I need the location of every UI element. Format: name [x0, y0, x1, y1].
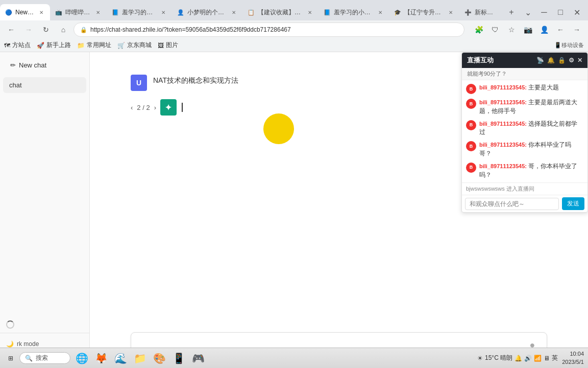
tab-favicon: 📘 — [324, 9, 331, 16]
browser-tab-tab-1[interactable]: 🔵New chat✕ — [0, 4, 50, 20]
live-icon-0[interactable]: 📡 — [536, 57, 544, 64]
live-send-button[interactable]: 发送 — [562, 197, 584, 210]
browser-tab-tab-2[interactable]: 📺哔哩哔哩（*✕ — [50, 4, 107, 20]
notify-icon[interactable]: 🔔 — [514, 355, 522, 362]
tab-title: 羞学习的小梦明 — [122, 8, 157, 17]
live-msg-body-3: bili_89711123545: 你本科毕业了吗哥？ — [479, 141, 583, 158]
tab-close-tab-4[interactable]: ✕ — [230, 9, 237, 16]
live-icon-1[interactable]: 🔔 — [547, 57, 555, 64]
live-message-1: B bili_89711123545: 主要是最后两道大题，他得手号 — [466, 98, 583, 116]
browser-tab-tab-6[interactable]: 📘羞学习的小梦明…✕ — [318, 4, 389, 20]
bookmark-新手上路[interactable]: 🚀新手上路 — [37, 41, 71, 50]
mobile-site-button[interactable]: 📱移动设备 — [554, 41, 584, 49]
address-right-icons: 🧩 🛡 ☆ 📷 👤 ← → — [472, 22, 584, 37]
tab-close-tab-1[interactable]: ✕ — [38, 9, 45, 16]
ai-avatar: ✦ — [160, 99, 177, 116]
browser-tab-tab-8[interactable]: ➕新标签页 — [459, 4, 500, 20]
user-avatar: U — [131, 75, 147, 91]
browser-tab-tab-5[interactable]: 📋【建议收藏】真无…✕ — [242, 4, 318, 20]
tab-title: New chat — [15, 9, 35, 16]
back-button[interactable]: ← — [4, 22, 18, 37]
home-button[interactable]: ⌂ — [56, 22, 70, 37]
tab-close-tab-7[interactable]: ✕ — [447, 9, 454, 16]
prev-page-button[interactable]: ‹ — [131, 104, 133, 111]
screenshot-button[interactable]: 📷 — [521, 22, 535, 37]
live-icon-2[interactable]: 🔒 — [558, 57, 566, 64]
tab-list-button[interactable]: ⌄ — [521, 5, 535, 19]
browser-chrome: 🔵New chat✕📺哔哩哔哩（*✕📘羞学习的小梦明✕👤小梦明的个人空…✕📋【建… — [0, 0, 588, 52]
bookmark-京东商城[interactable]: 🛒京东商城 — [117, 41, 152, 50]
live-title: 直播互动 — [467, 56, 494, 65]
bookmark-icon: 📁 — [77, 42, 85, 49]
minimize-button[interactable]: ─ — [537, 5, 551, 19]
live-settings-icon[interactable]: ⚙ — [569, 57, 574, 64]
network-icon[interactable]: 📶 — [534, 355, 542, 362]
tab-title: 【建议收藏】真无… — [258, 8, 303, 17]
bookmark-图片[interactable]: 🖼图片 — [158, 41, 178, 50]
windows-icon: ⊞ — [8, 355, 13, 362]
live-chat-input[interactable] — [465, 198, 559, 210]
bookmarks-bar: 🗺方站点🚀新手上路📁常用网址🛒京东商城🖼图片 📱移动设备 — [0, 39, 588, 52]
star-button[interactable]: ☆ — [504, 22, 519, 37]
bookmark-icon: 🖼 — [158, 42, 164, 49]
tab-title: 新标签页 — [475, 8, 495, 17]
taskbar-search[interactable]: 🔍 搜索 — [19, 352, 70, 364]
new-tab-button[interactable]: + — [504, 5, 519, 19]
bookmark-常用网址[interactable]: 📁常用网址 — [77, 41, 111, 50]
bookmark-方站点[interactable]: 🗺方站点 — [4, 41, 31, 50]
tab-actions: + ⌄ ─ □ ✕ — [500, 4, 588, 20]
content-area: ✏ New chat chat 🌙 rk mode 🐙 ndora on Git… — [0, 52, 588, 368]
bookmark-label: 常用网址 — [87, 41, 111, 50]
live-close-icon[interactable]: ✕ — [577, 57, 582, 64]
live-header-icons: 📡 🔔 🔒 ⚙ ✕ — [536, 57, 582, 64]
loading-spinner — [6, 320, 14, 329]
taskbar-edge-icon[interactable]: 🌊 — [111, 349, 130, 367]
tab-title: 小梦明的个人空… — [187, 8, 227, 17]
browser-tab-tab-4[interactable]: 👤小梦明的个人空…✕ — [172, 4, 242, 20]
live-msg-avatar-2: B — [466, 120, 476, 130]
browser-tab-tab-7[interactable]: 🎓【辽宁专升本】…✕ — [389, 4, 459, 20]
extensions-button[interactable]: 🧩 — [472, 22, 486, 37]
tab-close-tab-5[interactable]: ✕ — [306, 9, 313, 16]
live-msg-body-1: bili_89711123545: 主要是最后两道大题，他得手号 — [479, 98, 583, 116]
tab-favicon: 📋 — [248, 9, 255, 16]
live-message-0: B bili_89711123545: 主要是大题 — [466, 83, 583, 94]
address-input-wrap[interactable]: 🔒 https://chat-shared.zhile.io/?token=59… — [74, 22, 464, 37]
address-url: https://chat-shared.zhile.io/?token=5905… — [90, 26, 291, 33]
taskbar-network-icon[interactable]: 🌐 — [72, 349, 91, 367]
clock-time: 10:04 — [562, 350, 584, 358]
tab-title: 羞学习的小梦明… — [334, 8, 374, 17]
search-icon: 🔍 — [25, 355, 33, 362]
maximize-button[interactable]: □ — [553, 5, 568, 19]
tab-close-tab-3[interactable]: ✕ — [160, 9, 167, 16]
start-button[interactable]: ⊞ — [4, 354, 17, 363]
shield-button[interactable]: 🛡 — [488, 22, 502, 37]
live-msg-user-4: bili_89711123545: — [479, 163, 527, 169]
volume-icon[interactable]: 🔊 — [524, 355, 532, 362]
back-nav-button[interactable]: ← — [553, 22, 568, 37]
live-message-2: B bili_89711123545: 选择题我之前都学过 — [466, 120, 583, 137]
next-page-button[interactable]: › — [154, 104, 156, 111]
reload-button[interactable]: ↻ — [39, 22, 53, 37]
chat-item[interactable]: chat — [3, 77, 86, 93]
browser-tab-tab-3[interactable]: 📘羞学习的小梦明✕ — [107, 4, 172, 20]
live-input-row: 发送 — [462, 195, 587, 212]
taskbar-files-icon[interactable]: 📁 — [131, 349, 149, 367]
new-chat-button[interactable]: ✏ New chat — [6, 58, 83, 72]
close-browser-button[interactable]: ✕ — [570, 5, 584, 19]
bookmark-icon: 🗺 — [4, 42, 10, 49]
taskbar-app-icons: 🌐 🦊 🌊 📁 🎨 📱 🎮 — [72, 349, 207, 367]
live-viewer-row: bjwswswswsws 进入直播间 — [462, 182, 587, 195]
taskbar-phone-icon[interactable]: 📱 — [169, 349, 188, 367]
tab-close-tab-2[interactable]: ✕ — [94, 9, 102, 16]
tab-favicon: 🔵 — [5, 9, 12, 16]
taskbar-photos-icon[interactable]: 🎨 — [150, 349, 168, 367]
live-subtitle: 就能考90分了？ — [462, 68, 587, 80]
forward-nav-button[interactable]: → — [570, 22, 584, 37]
taskbar-firefox-icon[interactable]: 🦊 — [92, 349, 110, 367]
tab-close-tab-6[interactable]: ✕ — [377, 9, 384, 16]
forward-button[interactable]: → — [21, 22, 36, 37]
profile-button[interactable]: 👤 — [537, 22, 551, 37]
taskbar-game-icon[interactable]: 🎮 — [189, 349, 207, 367]
live-chat-overlay: 直播互动 📡 🔔 🔒 ⚙ ✕ 就能考90分了？ B bili_897111235… — [461, 52, 588, 213]
